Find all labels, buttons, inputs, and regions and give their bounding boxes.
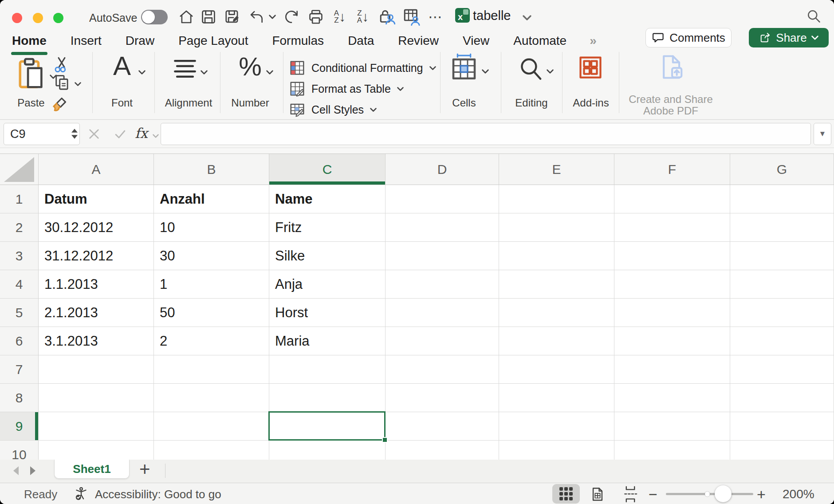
cell-A8[interactable] bbox=[39, 384, 154, 412]
cell-G6[interactable] bbox=[730, 327, 834, 355]
addins-icon[interactable] bbox=[577, 54, 604, 83]
row-header-9[interactable]: 9 bbox=[0, 412, 39, 441]
cell-B1[interactable]: Anzahl bbox=[154, 185, 269, 213]
cell-C6[interactable]: Maria bbox=[269, 327, 386, 355]
column-header-G[interactable]: G bbox=[730, 154, 834, 185]
cell-G9[interactable] bbox=[730, 412, 834, 441]
next-sheet-icon[interactable] bbox=[29, 466, 36, 476]
cell-F2[interactable] bbox=[614, 213, 730, 242]
copy-chevron-icon[interactable] bbox=[75, 80, 81, 88]
tab-overflow-chevrons[interactable]: » bbox=[590, 34, 597, 48]
formula-bar-expand-button[interactable]: ▼ bbox=[814, 123, 831, 145]
select-all-corner[interactable] bbox=[0, 154, 39, 185]
row-header-2[interactable]: 2 bbox=[0, 213, 39, 242]
cell-B5[interactable]: 50 bbox=[154, 299, 269, 327]
sort-ascending-icon[interactable]: AZ↓ bbox=[330, 8, 350, 26]
cell-G8[interactable] bbox=[730, 384, 834, 412]
save-icon[interactable] bbox=[200, 8, 217, 26]
cell-D8[interactable] bbox=[386, 384, 499, 412]
copy-icon[interactable] bbox=[53, 74, 71, 93]
row-header-1[interactable]: 1 bbox=[0, 185, 39, 213]
row-header-10[interactable]: 10 bbox=[0, 441, 39, 460]
redo-icon[interactable] bbox=[283, 8, 300, 26]
cell-G4[interactable] bbox=[730, 270, 834, 299]
cell-D9[interactable] bbox=[386, 412, 499, 441]
search-icon[interactable] bbox=[805, 7, 822, 25]
more-options-icon[interactable]: ⋯ bbox=[426, 8, 445, 26]
row-header-4[interactable]: 4 bbox=[0, 270, 39, 299]
zoom-in-button[interactable]: + bbox=[757, 486, 766, 503]
font-icon[interactable]: A bbox=[106, 51, 138, 81]
cell-B10[interactable] bbox=[154, 441, 269, 460]
adobe-pdf-icon[interactable] bbox=[657, 53, 685, 83]
undo-chevron-icon[interactable] bbox=[267, 8, 278, 26]
active-cell-selection[interactable] bbox=[268, 411, 386, 441]
previous-sheet-icon[interactable] bbox=[12, 466, 20, 476]
cancel-entry-icon[interactable] bbox=[88, 128, 100, 142]
name-box-spinner[interactable] bbox=[71, 129, 78, 139]
cells-icon[interactable] bbox=[450, 54, 478, 84]
add-sheet-button[interactable]: + bbox=[139, 459, 150, 480]
cell-F1[interactable] bbox=[614, 185, 730, 213]
title-chevron-icon[interactable] bbox=[523, 14, 531, 22]
column-header-A[interactable]: A bbox=[39, 154, 154, 185]
cell-styles-button[interactable]: Cell Styles bbox=[289, 102, 377, 118]
cell-G5[interactable] bbox=[730, 299, 834, 327]
cell-E7[interactable] bbox=[499, 355, 614, 384]
row-header-3[interactable]: 3 bbox=[0, 242, 39, 270]
tab-automate[interactable]: Automate bbox=[512, 34, 567, 48]
number-chevron-icon[interactable] bbox=[266, 68, 273, 76]
row-header-7[interactable]: 7 bbox=[0, 355, 39, 384]
cell-A7[interactable] bbox=[39, 355, 154, 384]
tab-insert[interactable]: Insert bbox=[70, 34, 102, 48]
alignment-chevron-icon[interactable] bbox=[201, 68, 208, 76]
zoom-slider-thumb[interactable] bbox=[715, 485, 732, 502]
conditional-formatting-button[interactable]: Conditional Formatting bbox=[289, 60, 436, 76]
cell-F7[interactable] bbox=[614, 355, 730, 384]
accessibility-icon[interactable] bbox=[74, 486, 89, 501]
page-layout-view-icon[interactable] bbox=[590, 487, 605, 502]
alignment-icon[interactable] bbox=[172, 58, 198, 82]
cell-D3[interactable] bbox=[386, 242, 499, 270]
cell-C8[interactable] bbox=[269, 384, 386, 412]
tab-data[interactable]: Data bbox=[347, 34, 375, 48]
cell-E9[interactable] bbox=[499, 412, 614, 441]
share-button[interactable]: Share bbox=[749, 28, 829, 47]
cell-G10[interactable] bbox=[730, 441, 834, 460]
insert-function-icon[interactable]: fx bbox=[135, 125, 148, 141]
home-icon[interactable] bbox=[177, 8, 195, 26]
paste-button[interactable] bbox=[13, 57, 49, 92]
column-header-B[interactable]: B bbox=[154, 154, 269, 185]
cell-G2[interactable] bbox=[730, 213, 834, 242]
cell-A6[interactable]: 3.1.2013 bbox=[39, 327, 154, 355]
cell-E10[interactable] bbox=[499, 441, 614, 460]
number-icon[interactable]: % bbox=[234, 51, 266, 81]
cell-C7[interactable] bbox=[269, 355, 386, 384]
cell-E6[interactable] bbox=[499, 327, 614, 355]
cell-B7[interactable] bbox=[154, 355, 269, 384]
cell-E4[interactable] bbox=[499, 270, 614, 299]
cell-D5[interactable] bbox=[386, 299, 499, 327]
document-title[interactable]: tabelle bbox=[473, 8, 511, 23]
column-header-E[interactable]: E bbox=[499, 154, 614, 185]
cell-D2[interactable] bbox=[386, 213, 499, 242]
cell-B3[interactable]: 30 bbox=[154, 242, 269, 270]
row-header-8[interactable]: 8 bbox=[0, 384, 39, 412]
minimize-button[interactable] bbox=[33, 13, 43, 23]
tab-page-layout[interactable]: Page Layout bbox=[177, 34, 249, 48]
zoom-slider[interactable] bbox=[666, 493, 753, 495]
cell-F6[interactable] bbox=[614, 327, 730, 355]
cell-B9[interactable] bbox=[154, 412, 269, 441]
column-header-C[interactable]: C bbox=[269, 154, 386, 185]
cell-B8[interactable] bbox=[154, 384, 269, 412]
cell-B6[interactable]: 2 bbox=[154, 327, 269, 355]
comments-button[interactable]: Comments bbox=[645, 28, 732, 47]
undo-icon[interactable] bbox=[248, 8, 265, 26]
zoom-out-button[interactable]: − bbox=[649, 486, 657, 503]
cell-G1[interactable] bbox=[730, 185, 834, 213]
editing-chevron-icon[interactable] bbox=[547, 67, 554, 75]
cell-E5[interactable] bbox=[499, 299, 614, 327]
format-as-table-button[interactable]: Format as Table bbox=[289, 81, 404, 97]
cell-A9[interactable] bbox=[39, 412, 154, 441]
cell-D4[interactable] bbox=[386, 270, 499, 299]
